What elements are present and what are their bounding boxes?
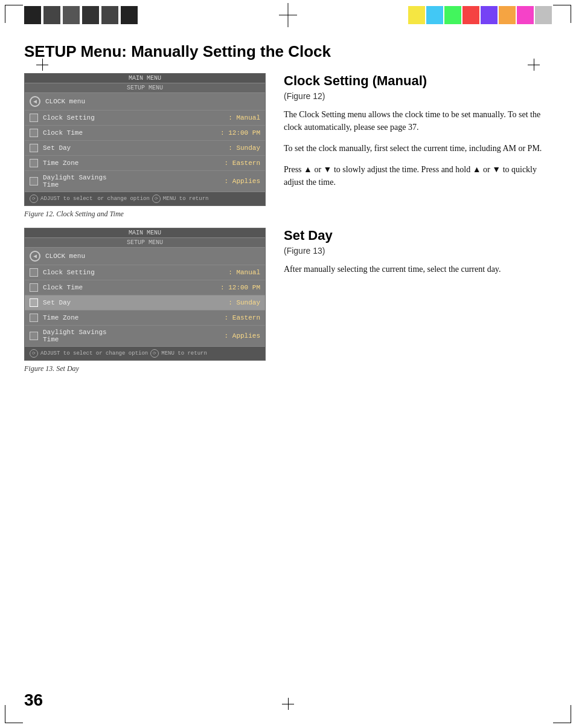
- checkbox-icon-2: [30, 129, 38, 137]
- menu1-value-timezone: : Eastern: [225, 159, 260, 167]
- checkbox-icon-5: [30, 177, 38, 185]
- swatch-red: [462, 6, 479, 24]
- menu1-label-daylight: Daylight SavingsTime: [43, 174, 220, 188]
- adjust-icon-1: ⟳: [30, 195, 38, 203]
- stripe-1: [24, 6, 41, 24]
- top-center-crosshair: [282, 3, 294, 27]
- menu2-value-clocksetting: : Manual: [228, 269, 260, 276]
- swatch-pink: [517, 6, 534, 24]
- stripe-6: [121, 6, 138, 24]
- menu1-value-daylight: : Applies: [225, 178, 260, 185]
- checkbox-icon-1: [30, 114, 38, 122]
- menu2-label-clocktime: Clock Time: [43, 284, 216, 291]
- menu2-label-timezone: Time Zone: [43, 314, 220, 321]
- menu1-item-setday: Set Day : Sunday: [25, 141, 265, 156]
- menu2-label-clock: CLOCK menu: [45, 253, 260, 260]
- swatch-green: [444, 6, 461, 24]
- section1-text: Clock Setting (Manual) (Figure 12) The C…: [284, 73, 552, 219]
- color-swatches: [408, 6, 552, 24]
- menu2-item-timezone: Time Zone : Eastern: [25, 311, 265, 326]
- section1-body1: The Clock Setting menu allows the clock …: [284, 108, 552, 134]
- menu-icon-2: ⟳: [150, 349, 159, 358]
- menu2-item-setday: Set Day : Sunday: [25, 295, 265, 311]
- corner-mark-bl: [5, 705, 23, 723]
- menu1-label-setday: Set Day: [43, 144, 223, 152]
- swatch-cyan: [426, 6, 443, 24]
- corner-mark-br: [553, 705, 571, 723]
- menu1-label-clocksetting: Clock Setting: [43, 114, 223, 121]
- section2-subtitle: (Figure 13): [284, 246, 552, 256]
- back-icon: ◀: [30, 96, 40, 107]
- menu2-label-setday: Set Day: [43, 299, 223, 306]
- menu1-subheader: SETUP MENU: [25, 83, 265, 93]
- menu1-header: MAIN MENU: [25, 74, 265, 83]
- top-bar: [0, 0, 576, 33]
- section1-title: Clock Setting (Manual): [284, 73, 552, 89]
- menu1-footer-text: ADJUST to select: [40, 196, 92, 202]
- stripe-5: [101, 6, 118, 24]
- figure2-column: MAIN MENU SETUP MENU ◀ CLOCK menu Clock …: [24, 228, 266, 373]
- menu2-footer: ⟳ ADJUST to select or change option ⟳ ME…: [25, 347, 265, 360]
- menu1-label-timezone: Time Zone: [43, 159, 220, 167]
- section1-container: MAIN MENU SETUP MENU ◀ CLOCK menu Clock …: [24, 73, 552, 219]
- menu2-header: MAIN MENU: [25, 228, 265, 238]
- menu2-value-setday: : Sunday: [228, 299, 260, 306]
- bottom-center-crosshair: [282, 698, 294, 710]
- menu1-value-clocktime: : 12:00 PM: [220, 129, 260, 137]
- page-content: SETUP Menu: Manually Setting the Clock M…: [24, 42, 552, 391]
- section2-container: MAIN MENU SETUP MENU ◀ CLOCK menu Clock …: [24, 228, 552, 373]
- stripe-4: [82, 6, 99, 24]
- checkbox2-icon-3: [30, 298, 38, 307]
- figure1-column: MAIN MENU SETUP MENU ◀ CLOCK menu Clock …: [24, 73, 266, 219]
- menu1-footer-text3: MENU to return: [163, 196, 209, 202]
- menu2-label-clocksetting: Clock Setting: [43, 269, 223, 276]
- menu2-footer-text2: MENU to return: [161, 350, 207, 356]
- back-icon-2: ◀: [30, 251, 40, 262]
- page-title: SETUP Menu: Manually Setting the Clock: [24, 42, 552, 61]
- swatch-purple: [481, 6, 498, 24]
- menu1-label-clock: CLOCK menu: [45, 98, 260, 105]
- menu1-item-daylight: Daylight SavingsTime : Applies: [25, 171, 265, 192]
- menu2-footer-text: ADJUST to select or change option: [40, 350, 148, 356]
- stripe-3: [63, 6, 80, 24]
- checkbox2-icon-1: [30, 268, 38, 277]
- section2-title: Set Day: [284, 228, 552, 243]
- page-number: 36: [24, 691, 43, 710]
- menu1-label-clocktime: Clock Time: [43, 129, 216, 137]
- section2-text: Set Day (Figure 13) After manually selec…: [284, 228, 552, 373]
- checkbox2-icon-4: [30, 314, 38, 322]
- section1-body2: To set the clock manually, first select …: [284, 142, 552, 155]
- menu2-subheader: SETUP MENU: [25, 238, 265, 248]
- section2-body1: After manually selecting the current tim…: [284, 263, 552, 275]
- menu2-value-timezone: : Eastern: [225, 314, 260, 321]
- figure2-screenshot: MAIN MENU SETUP MENU ◀ CLOCK menu Clock …: [24, 228, 266, 361]
- menu2-label-daylight: Daylight SavingsTime: [43, 329, 220, 343]
- section1-body3: Press ▲ or ▼ to slowly adjust the time. …: [284, 163, 552, 188]
- right-crosshair-mid: [528, 59, 540, 71]
- menu2-value-clocktime: : 12:00 PM: [220, 284, 260, 291]
- menu2-item-clocktime: Clock Time : 12:00 PM: [25, 280, 265, 295]
- menu2-item-back: ◀ CLOCK menu: [25, 248, 265, 265]
- menu1-value-clocksetting: : Manual: [228, 114, 260, 121]
- menu1-item-timezone: Time Zone : Eastern: [25, 156, 265, 171]
- swatch-yellow: [408, 6, 425, 24]
- checkbox-icon-3: [30, 144, 38, 152]
- menu1-item-clocktime: Clock Time : 12:00 PM: [25, 126, 265, 141]
- checkbox2-icon-5: [30, 332, 38, 340]
- menu-icon-1: ⟳: [152, 195, 161, 203]
- adjust-icon-2: ⟳: [30, 349, 38, 358]
- left-crosshair-mid: [36, 59, 48, 71]
- figure2-caption: Figure 13. Set Day: [24, 364, 266, 373]
- menu1-item-clocksetting: Clock Setting : Manual: [25, 111, 265, 126]
- menu2-item-daylight: Daylight SavingsTime : Applies: [25, 326, 265, 347]
- menu1-footer: ⟳ ADJUST to select or change option ⟳ ME…: [25, 192, 265, 205]
- swatch-orange: [499, 6, 516, 24]
- section1-subtitle: (Figure 12): [284, 91, 552, 101]
- figure1-caption: Figure 12. Clock Setting and Time: [24, 210, 266, 219]
- menu1-footer-text2: or change option: [97, 196, 149, 202]
- menu2-item-clocksetting: Clock Setting : Manual: [25, 265, 265, 280]
- menu2-value-daylight: : Applies: [225, 332, 260, 340]
- checkbox-icon-4: [30, 159, 38, 167]
- checkbox2-icon-2: [30, 283, 38, 292]
- stripe-2: [43, 6, 60, 24]
